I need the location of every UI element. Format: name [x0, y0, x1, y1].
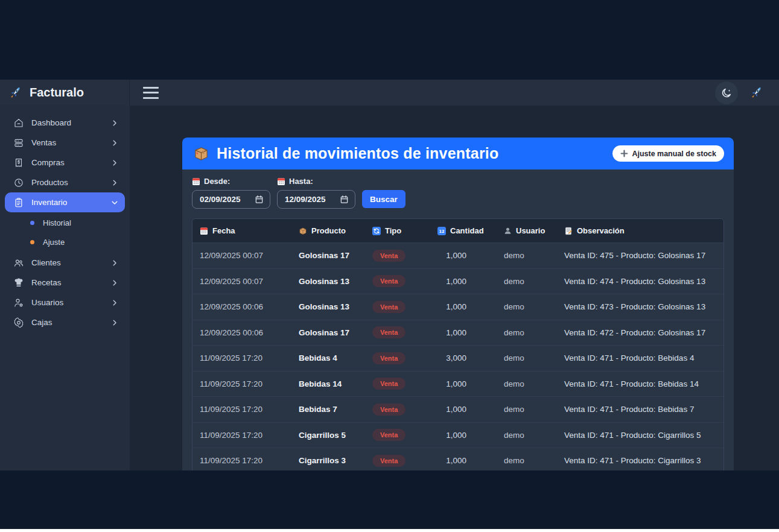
- theme-toggle-button[interactable]: [715, 81, 738, 104]
- cell-usuario: demo: [497, 405, 557, 414]
- cell-fecha: 12/09/2025 00:07: [192, 277, 291, 286]
- cell-observacion: Venta ID: 471 - Producto: Cigarrillos 5: [557, 431, 723, 440]
- table-row[interactable]: 12/09/2025 00:06 Golosinas 13 Venta 1,00…: [192, 294, 723, 320]
- cell-fecha: 12/09/2025 00:06: [192, 328, 291, 337]
- sidebar-subitem-ajuste[interactable]: Ajuste: [0, 233, 130, 251]
- arrows-emoji: [372, 227, 381, 235]
- cell-cantidad: 1,000: [430, 302, 497, 311]
- venta-badge: Venta: [372, 352, 405, 364]
- chevron-right-icon: [110, 279, 119, 287]
- moon-icon: [720, 87, 733, 99]
- column-header-fecha[interactable]: Fecha: [192, 226, 291, 235]
- sidebar-item-label: Recetas: [31, 278, 62, 287]
- cell-cantidad: 1,000: [430, 328, 497, 337]
- sidebar-item-recetas[interactable]: Recetas: [5, 273, 125, 293]
- table-row[interactable]: 11/09/2025 17:20 Bebidas 7 Venta 1,000 d…: [192, 396, 723, 422]
- sidebar-item-label: Usuarios: [31, 298, 63, 307]
- cell-fecha: 12/09/2025 00:06: [192, 302, 291, 311]
- package-icon: [193, 145, 209, 162]
- table-row[interactable]: 11/09/2025 17:20 Cigarrillos 5 Venta 1,0…: [192, 422, 723, 448]
- date-picker-icon[interactable]: [255, 195, 264, 204]
- cell-cantidad: 1,000: [430, 379, 497, 388]
- people-icon: [13, 258, 24, 268]
- cell-tipo: Venta: [365, 455, 430, 467]
- cell-tipo: Venta: [365, 326, 430, 338]
- sidebar-item-label: Ventas: [31, 138, 56, 147]
- sidebar-subitem-historial[interactable]: Historial: [0, 214, 130, 232]
- venta-badge: Venta: [372, 455, 405, 467]
- cell-tipo: Venta: [365, 250, 430, 262]
- sidebar-item-dashboard[interactable]: Dashboard: [5, 113, 125, 133]
- column-header-cantidad[interactable]: 12 Cantidad: [430, 226, 497, 235]
- sidebar-item-label: Cajas: [31, 318, 52, 327]
- column-header-producto[interactable]: Producto: [291, 226, 365, 235]
- date-picker-icon[interactable]: [340, 195, 349, 204]
- table-row[interactable]: 12/09/2025 00:06 Golosinas 17 Venta 1,00…: [192, 320, 723, 346]
- cell-fecha: 11/09/2025 17:20: [192, 353, 291, 363]
- cell-cantidad: 1,000: [430, 251, 497, 260]
- table-row[interactable]: 11/09/2025 17:20 Cigarrillos 3 Venta 1,0…: [192, 448, 723, 470]
- cell-usuario: demo: [497, 353, 557, 363]
- top-band: Facturalo: [0, 80, 779, 106]
- manual-stock-adjust-button[interactable]: Ajuste manual de stock: [612, 145, 724, 162]
- sidebar-item-clientes[interactable]: Clientes: [5, 253, 125, 273]
- cell-producto: Golosinas 13: [291, 302, 365, 311]
- cell-producto: Bebidas 4: [291, 353, 365, 363]
- to-date-input[interactable]: 12/09/2025: [277, 190, 355, 209]
- from-date-input[interactable]: 02/09/2025: [192, 190, 270, 209]
- column-header-usuario[interactable]: Usuario: [497, 226, 557, 235]
- brand[interactable]: Facturalo: [0, 80, 130, 106]
- clock-icon: [13, 177, 24, 188]
- table-row[interactable]: 11/09/2025 17:20 Bebidas 14 Venta 1,000 …: [192, 371, 723, 397]
- cell-tipo: Venta: [365, 404, 430, 416]
- cell-observacion: Venta ID: 471 - Producto: Bebidas 4: [557, 353, 723, 363]
- table-row[interactable]: 12/09/2025 00:07 Golosinas 17 Venta 1,00…: [192, 242, 723, 268]
- venta-badge: Venta: [372, 378, 405, 390]
- table-row[interactable]: 12/09/2025 00:07 Golosinas 13 Venta 1,00…: [192, 268, 723, 294]
- cell-fecha: 11/09/2025 17:20: [192, 456, 291, 465]
- sidebar-item-compras[interactable]: Compras: [5, 153, 125, 173]
- user-gear-icon: [13, 297, 24, 308]
- sidebar-item-productos[interactable]: Productos: [5, 173, 125, 192]
- sidebar-item-ventas[interactable]: Ventas: [5, 133, 125, 153]
- cell-observacion: Venta ID: 471 - Producto: Cigarrillos 3: [557, 456, 723, 465]
- user-avatar[interactable]: [746, 83, 766, 103]
- cell-observacion: Venta ID: 475 - Producto: Golosinas 17: [557, 251, 723, 260]
- venta-badge: Venta: [372, 429, 405, 441]
- venta-badge: Venta: [372, 326, 405, 338]
- memo-emoji: [564, 227, 573, 235]
- cell-usuario: demo: [497, 431, 557, 440]
- receipt-icon: [13, 157, 24, 168]
- calendar-icon: [192, 177, 200, 186]
- chevron-right-icon: [110, 318, 119, 327]
- cell-observacion: Venta ID: 472 - Producto: Golosinas 17: [557, 328, 723, 337]
- column-header-observación[interactable]: Observación: [557, 226, 723, 235]
- filters-bar: Desde: 02/09/2025 Hasta: 12/09/2025 Busc…: [182, 169, 734, 212]
- cell-tipo: Venta: [365, 301, 430, 313]
- cell-usuario: demo: [497, 456, 557, 465]
- search-button[interactable]: Buscar: [362, 190, 405, 208]
- venta-badge: Venta: [372, 404, 405, 416]
- venta-badge: Venta: [372, 275, 405, 287]
- sidebar-item-inventario[interactable]: Inventario: [5, 192, 125, 212]
- cell-tipo: Venta: [365, 352, 430, 364]
- card-header: Historial de movimientos de inventario A…: [182, 138, 734, 169]
- sidebar: Dashboard Ventas Compras Productos Inven…: [0, 106, 130, 470]
- home-icon: [13, 118, 24, 128]
- sidebar-item-label: Dashboard: [31, 118, 71, 127]
- hamburger-menu-icon[interactable]: [143, 87, 159, 99]
- cell-observacion: Venta ID: 473 - Producto: Golosinas 13: [557, 302, 723, 311]
- main-content: Historial de movimientos de inventario A…: [130, 106, 779, 470]
- cell-usuario: demo: [497, 251, 557, 260]
- chevron-right-icon: [110, 119, 119, 127]
- movements-table: Fecha Producto Tipo 12 Cantidad Usuario …: [192, 218, 724, 470]
- topbar: [130, 80, 779, 106]
- table-row[interactable]: 11/09/2025 17:20 Bebidas 4 Venta 3,000 d…: [192, 345, 723, 371]
- cell-usuario: demo: [497, 277, 557, 286]
- chevron-right-icon: [110, 259, 119, 267]
- cell-usuario: demo: [497, 328, 557, 337]
- sidebar-item-cajas[interactable]: Cajas: [5, 312, 125, 332]
- column-header-tipo[interactable]: Tipo: [365, 226, 430, 235]
- register-icon: [13, 138, 24, 148]
- sidebar-item-usuarios[interactable]: Usuarios: [5, 293, 125, 312]
